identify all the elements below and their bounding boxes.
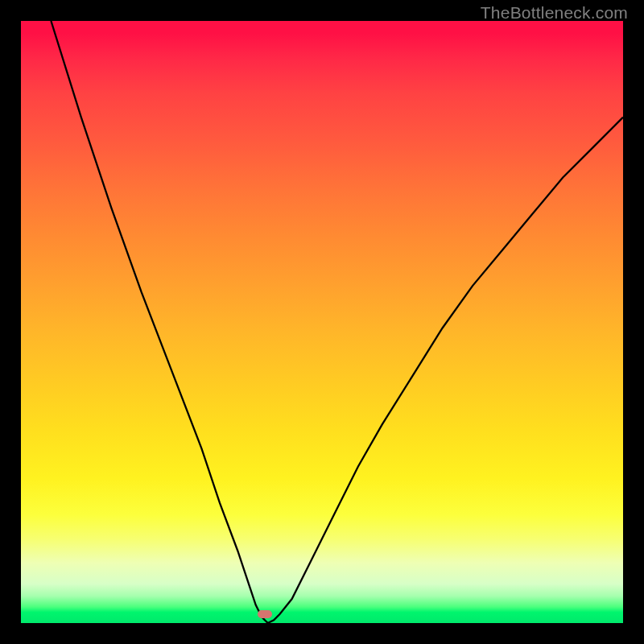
plot-area (21, 21, 623, 623)
chart-frame: TheBottleneck.com (0, 0, 644, 644)
bottleneck-curve-path (51, 21, 623, 623)
watermark-text: TheBottleneck.com (481, 3, 628, 23)
optimal-marker (258, 610, 272, 618)
curve-svg (21, 21, 623, 623)
